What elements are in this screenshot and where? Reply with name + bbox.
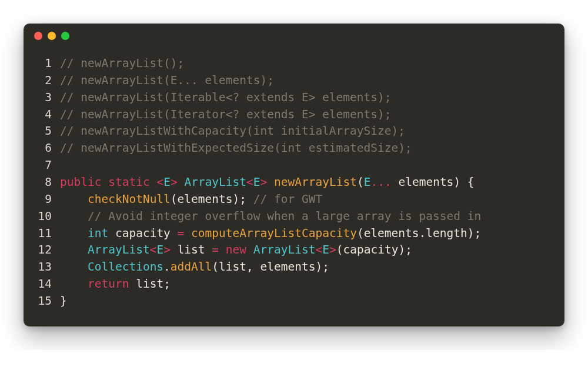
line-number: 7 [24, 157, 60, 174]
token: public [60, 175, 101, 189]
line-number: 14 [24, 276, 60, 293]
line-content[interactable]: checkNotNull(elements); // for GWT [60, 191, 564, 208]
token: // newArrayListWithCapacity(int initialA… [60, 124, 405, 138]
line-number: 6 [24, 140, 60, 157]
token: E [163, 175, 171, 189]
token: > [260, 175, 268, 189]
token: length [426, 226, 467, 240]
code-line[interactable]: 6// newArrayListWithExpectedSize(int est… [24, 140, 564, 157]
token: ... [370, 175, 391, 189]
token: computeArrayListCapacity [191, 226, 357, 240]
line-number: 11 [24, 225, 60, 242]
token: < [150, 243, 157, 256]
token: E [322, 243, 329, 256]
line-content[interactable]: // newArrayList(Iterable<? extends E> el… [60, 89, 564, 106]
line-content[interactable]: // newArrayList(E... elements); [60, 72, 564, 89]
token: > [329, 243, 336, 256]
token: ArrayList [88, 243, 150, 256]
line-content[interactable]: int capacity = computeArrayListCapacity(… [60, 225, 564, 242]
token: checkNotNull [88, 192, 171, 206]
line-content[interactable] [60, 157, 564, 174]
token: // newArrayList(Iterable<? extends E> el… [60, 91, 392, 104]
code-line[interactable]: 12 ArrayList<E> list = new ArrayList<E>(… [24, 242, 564, 259]
line-number: 12 [24, 242, 60, 259]
line-content[interactable]: // newArrayListWithCapacity(int initialA… [60, 123, 564, 140]
token [101, 175, 108, 189]
token: capacity [343, 243, 399, 256]
code-line[interactable]: 15} [24, 293, 564, 310]
token: list [219, 260, 246, 274]
token [219, 243, 226, 256]
token: ; [163, 277, 171, 291]
code-line[interactable]: 11 int capacity = computeArrayListCapaci… [24, 225, 564, 242]
token: elements [364, 226, 419, 240]
token: ( [357, 226, 364, 240]
line-number: 9 [24, 191, 60, 208]
token: E [156, 243, 163, 256]
token: list [171, 243, 212, 256]
code-window: 1// newArrayList();2// newArrayList(E...… [24, 24, 564, 326]
token: ( [336, 243, 343, 256]
code-line[interactable]: 8public static <E> ArrayList<E> newArray… [24, 174, 564, 191]
code-line[interactable]: 13 Collections.addAll(list, elements); [24, 259, 564, 276]
line-content[interactable]: // newArrayList(Iterator<? extends E> el… [60, 106, 564, 124]
line-number: 13 [24, 259, 60, 276]
token: > [163, 243, 171, 256]
minimize-icon[interactable] [48, 32, 56, 40]
code-line[interactable]: 4// newArrayList(Iterator<? extends E> e… [24, 106, 564, 124]
token: // newArrayList(); [60, 56, 184, 70]
token: // newArrayList(E... elements); [60, 74, 274, 87]
token: capacity [108, 226, 177, 240]
token: < [156, 175, 163, 189]
maximize-icon[interactable] [61, 32, 69, 40]
line-content[interactable]: // newArrayList(); [60, 55, 564, 72]
line-number: 2 [24, 72, 60, 89]
line-content[interactable]: // Avoid integer overflow when a large a… [60, 208, 564, 225]
token: ( [357, 175, 364, 189]
token: E [253, 175, 260, 189]
line-content[interactable]: ArrayList<E> list = new ArrayList<E>(cap… [60, 242, 564, 259]
token [60, 192, 88, 206]
token: elements [178, 192, 233, 206]
code-line[interactable]: 9 checkNotNull(elements); // for GWT [24, 191, 564, 208]
line-content[interactable]: // newArrayListWithExpectedSize(int esti… [60, 140, 564, 157]
token [60, 243, 88, 256]
line-number: 5 [24, 123, 60, 140]
token: E [364, 175, 371, 189]
token: = [178, 226, 185, 240]
line-content[interactable]: } [60, 293, 564, 310]
code-line[interactable]: 7 [24, 157, 564, 174]
token: ); [233, 192, 253, 206]
token: ( [212, 260, 219, 274]
close-icon[interactable] [34, 32, 42, 40]
token [184, 226, 191, 240]
line-content[interactable]: public static <E> ArrayList<E> newArrayL… [60, 174, 564, 191]
code-line[interactable]: 5// newArrayListWithCapacity(int initial… [24, 123, 564, 140]
line-number: 1 [24, 55, 60, 72]
token: ArrayList [253, 243, 316, 256]
code-line[interactable]: 14 return list; [24, 276, 564, 293]
token: elements [392, 175, 454, 189]
token: } [60, 294, 67, 308]
token: = [212, 243, 219, 256]
token: list [129, 277, 163, 291]
token [60, 209, 88, 223]
code-area[interactable]: 1// newArrayList();2// newArrayList(E...… [24, 48, 564, 326]
token [60, 277, 88, 291]
token [60, 226, 88, 240]
code-line[interactable]: 1// newArrayList(); [24, 55, 564, 72]
token: ( [171, 192, 178, 206]
line-number: 8 [24, 174, 60, 191]
token [150, 175, 157, 189]
token: ); [315, 260, 329, 274]
token: static [108, 175, 149, 189]
token: > [171, 175, 178, 189]
code-line[interactable]: 2// newArrayList(E... elements); [24, 72, 564, 89]
token [60, 260, 88, 274]
token: // newArrayList(Iterator<? extends E> el… [60, 108, 392, 121]
token [246, 243, 253, 256]
line-content[interactable]: Collections.addAll(list, elements); [60, 259, 564, 276]
line-content[interactable]: return list; [60, 276, 564, 293]
code-line[interactable]: 3// newArrayList(Iterable<? extends E> e… [24, 89, 564, 106]
code-line[interactable]: 10 // Avoid integer overflow when a larg… [24, 208, 564, 225]
